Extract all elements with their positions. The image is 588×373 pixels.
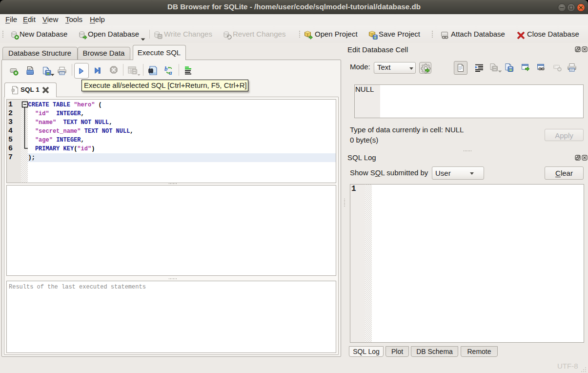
svg-text:a: a (169, 69, 172, 75)
svg-text:b: b (164, 65, 168, 72)
